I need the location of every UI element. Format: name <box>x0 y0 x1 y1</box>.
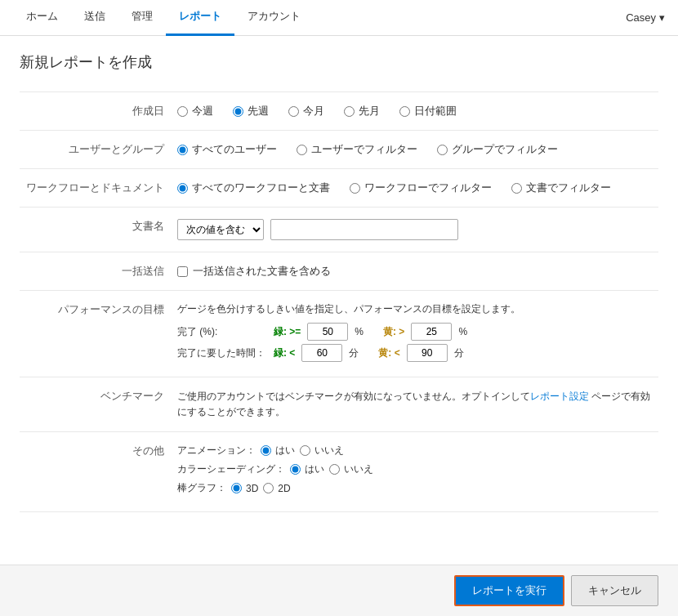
doc-name-label: 文書名 <box>20 208 171 252</box>
performance-completion-row: 完了 (%): 緑: >= % 黄: > % <box>177 323 652 341</box>
bulk-send-checkbox-item[interactable]: 一括送信された文書を含める <box>177 264 652 279</box>
performance-green-lte-label: 緑: < <box>274 346 295 360</box>
users-groups-user-filter-label: ユーザーでフィルター <box>311 142 417 157</box>
color-shading-yes-radio[interactable] <box>290 464 301 475</box>
users-groups-all-label: すべてのユーザー <box>192 142 277 157</box>
performance-yellow-gte-label: 黄: > <box>383 325 404 339</box>
nav-user-name: Casey <box>626 11 656 24</box>
doc-name-input[interactable] <box>270 219 458 240</box>
users-groups-radio-group: すべてのユーザー ユーザーでフィルター グループでフィルター <box>177 142 652 157</box>
animation-yes[interactable]: はい <box>261 444 295 458</box>
run-report-button[interactable]: レポートを実行 <box>454 575 564 606</box>
creation-date-this-week[interactable]: 今週 <box>177 104 213 118</box>
bar-chart-3d[interactable]: 3D <box>231 483 258 494</box>
users-groups-user-filter[interactable]: ユーザーでフィルター <box>297 142 417 157</box>
color-shading-no-radio[interactable] <box>329 464 340 475</box>
color-shading-no[interactable]: いいえ <box>329 462 373 476</box>
bulk-send-checkbox-label: 一括送信された文書を含める <box>193 264 331 279</box>
nav-bar: ホーム 送信 管理 レポート アカウント Casey ▾ <box>0 0 678 36</box>
workflow-doc-content: すべてのワークフローと文書 ワークフローでフィルター 文書でフィルター <box>171 169 658 208</box>
doc-name-select[interactable]: 次の値を含む <box>177 219 264 240</box>
creation-date-last-month-label: 先月 <box>359 104 380 118</box>
bar-chart-2d[interactable]: 2D <box>263 483 290 494</box>
performance-row: パフォーマンスの目標 ゲージを色分けするしきい値を指定し、パフォーマンスの目標を… <box>20 291 658 377</box>
benchmark-text-before: ご使用のアカウントではベンチマークが有効になっていません。オプトインして <box>177 391 530 402</box>
animation-row: アニメーション： はい いいえ <box>177 444 652 458</box>
performance-time-green-unit: 分 <box>349 346 359 360</box>
animation-no-radio[interactable] <box>300 445 310 456</box>
users-groups-content: すべてのユーザー ユーザーでフィルター グループでフィルター <box>171 131 658 169</box>
animation-no-label: いいえ <box>314 444 344 458</box>
users-groups-all[interactable]: すべてのユーザー <box>177 142 277 157</box>
nav-item-account[interactable]: アカウント <box>234 0 314 36</box>
benchmark-content: ご使用のアカウントではベンチマークが有効になっていません。オプトインしてレポート… <box>171 377 658 432</box>
bulk-send-checkbox[interactable] <box>177 266 188 277</box>
workflow-doc-doc-filter-radio[interactable] <box>511 183 522 194</box>
creation-date-last-week[interactable]: 先週 <box>233 104 269 118</box>
doc-name-row: 文書名 次の値を含む <box>20 208 658 252</box>
nav-item-send[interactable]: 送信 <box>71 0 118 36</box>
nav-item-report[interactable]: レポート <box>166 0 234 36</box>
performance-section: ゲージを色分けするしきい値を指定し、パフォーマンスの目標を設定します。 完了 (… <box>177 302 652 362</box>
page-content: 新規レポートを作成 作成日 今週 先週 今月 <box>0 36 678 529</box>
workflow-doc-label: ワークフローとドキュメント <box>20 169 171 208</box>
benchmark-link[interactable]: レポート設定 <box>530 391 589 402</box>
performance-completion-yellow-input[interactable] <box>411 323 452 341</box>
other-row: その他 アニメーション： はい いいえ カラーシェーディング： <box>20 432 658 512</box>
performance-completion-green-unit: % <box>355 326 364 337</box>
performance-time-row: 完了に要した時間： 緑: < 分 黄: < 分 <box>177 344 652 362</box>
workflow-doc-row: ワークフローとドキュメント すべてのワークフローと文書 ワークフローでフィルター… <box>20 169 658 208</box>
performance-content: ゲージを色分けするしきい値を指定し、パフォーマンスの目標を設定します。 完了 (… <box>171 291 658 377</box>
users-groups-group-filter[interactable]: グループでフィルター <box>437 142 558 157</box>
workflow-doc-doc-filter[interactable]: 文書でフィルター <box>511 181 611 195</box>
creation-date-this-week-label: 今週 <box>192 104 213 118</box>
creation-date-last-month[interactable]: 先月 <box>344 104 380 118</box>
animation-no[interactable]: いいえ <box>300 444 344 458</box>
color-shading-yes-label: はい <box>305 462 324 476</box>
nav-item-admin[interactable]: 管理 <box>118 0 166 36</box>
creation-date-this-month-label: 今月 <box>303 104 324 118</box>
performance-time-yellow-input[interactable] <box>407 344 448 362</box>
users-groups-user-filter-radio[interactable] <box>297 145 307 155</box>
performance-time-green-input[interactable] <box>301 344 342 362</box>
performance-completion-label: 完了 (%): <box>177 325 267 339</box>
bar-chart-row: 棒グラフ： 3D 2D <box>177 481 652 495</box>
bulk-send-content: 一括送信された文書を含める <box>171 252 658 291</box>
workflow-doc-workflow-filter[interactable]: ワークフローでフィルター <box>350 181 492 195</box>
nav-user[interactable]: Casey ▾ <box>626 11 665 24</box>
animation-yes-label: はい <box>275 444 295 458</box>
performance-completion-green-input[interactable] <box>307 323 348 341</box>
performance-yellow-lte-label: 黄: < <box>378 346 399 360</box>
other-content: アニメーション： はい いいえ カラーシェーディング： はい <box>171 432 658 512</box>
performance-completion-yellow-unit: % <box>458 326 467 337</box>
color-shading-yes[interactable]: はい <box>290 462 324 476</box>
creation-date-row: 作成日 今週 先週 今月 <box>20 92 658 131</box>
bar-chart-3d-label: 3D <box>246 483 258 494</box>
creation-date-this-month-radio[interactable] <box>288 106 299 117</box>
creation-date-range[interactable]: 日付範囲 <box>399 104 457 118</box>
color-shading-no-label: いいえ <box>344 462 373 476</box>
bar-chart-2d-radio[interactable] <box>263 483 274 493</box>
workflow-doc-all-radio[interactable] <box>177 183 188 194</box>
bulk-send-row: 一括送信 一括送信された文書を含める <box>20 252 658 291</box>
creation-date-this-month[interactable]: 今月 <box>288 104 324 118</box>
animation-yes-radio[interactable] <box>261 445 271 456</box>
users-groups-all-radio[interactable] <box>177 145 188 155</box>
workflow-doc-all-label: すべてのワークフローと文書 <box>192 181 330 195</box>
workflow-doc-workflow-filter-radio[interactable] <box>350 183 360 194</box>
color-shading-row: カラーシェーディング： はい いいえ <box>177 462 652 476</box>
cancel-button[interactable]: キャンセル <box>571 575 658 606</box>
creation-date-range-radio[interactable] <box>399 106 410 117</box>
creation-date-last-month-radio[interactable] <box>344 106 355 117</box>
bar-chart-2d-label: 2D <box>278 483 290 494</box>
nav-item-home[interactable]: ホーム <box>13 0 71 36</box>
bar-chart-3d-radio[interactable] <box>231 483 242 493</box>
animation-label: アニメーション： <box>177 444 256 458</box>
creation-date-last-week-radio[interactable] <box>233 106 243 117</box>
workflow-doc-all[interactable]: すべてのワークフローと文書 <box>177 181 330 195</box>
creation-date-this-week-radio[interactable] <box>177 106 188 117</box>
users-groups-group-filter-radio[interactable] <box>437 145 448 155</box>
workflow-doc-radio-group: すべてのワークフローと文書 ワークフローでフィルター 文書でフィルター <box>177 181 652 195</box>
performance-description: ゲージを色分けするしきい値を指定し、パフォーマンスの目標を設定します。 <box>177 302 652 316</box>
performance-green-gte-label: 緑: >= <box>274 325 301 339</box>
